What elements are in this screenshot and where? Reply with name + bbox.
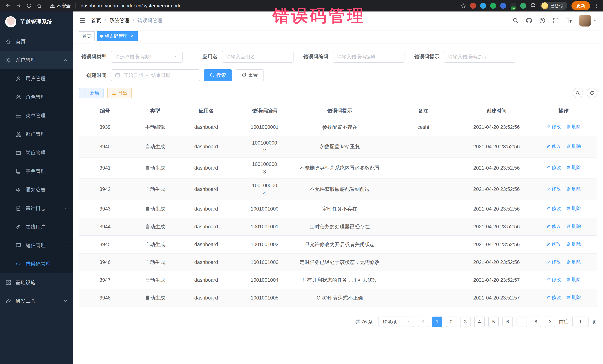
- edit-link[interactable]: 修改: [546, 143, 561, 150]
- extension-icon-dark[interactable]: on: [510, 3, 516, 9]
- profile-paused-chip[interactable]: 已暂停: [540, 2, 567, 10]
- edit-link[interactable]: 修改: [546, 185, 561, 192]
- sidebar-item-user[interactable]: 用户管理: [0, 69, 73, 88]
- page-button-...[interactable]: ...: [517, 317, 527, 327]
- browser-update-button[interactable]: 更新: [571, 1, 590, 10]
- edit-icon: [546, 277, 550, 282]
- close-icon[interactable]: ×: [129, 33, 134, 39]
- briefcase-icon: [16, 150, 21, 155]
- breadcrumb-item[interactable]: 首页: [91, 17, 101, 24]
- page-button-8[interactable]: 8: [531, 317, 541, 327]
- sidebar-item-notice[interactable]: 通知公告: [0, 180, 73, 199]
- help-icon[interactable]: [539, 17, 545, 24]
- add-button[interactable]: 新增: [79, 88, 104, 98]
- extension-icon-teal[interactable]: [520, 3, 526, 9]
- delete-link[interactable]: 删除: [566, 294, 581, 301]
- font-size-icon[interactable]: [566, 17, 572, 24]
- delete-link[interactable]: 删除: [566, 258, 581, 265]
- sidebar-item-infra[interactable]: 基础设施: [0, 273, 73, 292]
- delete-link[interactable]: 删除: [566, 223, 581, 230]
- sidebar-item-system[interactable]: 系统管理: [0, 51, 73, 69]
- sidebar-item-audit-log[interactable]: 审计日志: [0, 199, 73, 218]
- sidebar-item-dict[interactable]: 字典管理: [0, 162, 73, 180]
- page-button-5[interactable]: 5: [488, 317, 499, 327]
- search-icon[interactable]: [512, 17, 519, 24]
- edit-link[interactable]: 修改: [546, 164, 561, 171]
- cell-type: 自动生成: [131, 200, 179, 218]
- browser-reload-icon[interactable]: [24, 1, 33, 10]
- sidebar-item-dept[interactable]: 部门管理: [0, 125, 73, 143]
- error-code-input[interactable]: [333, 51, 405, 63]
- sidebar-item-home[interactable]: 首页: [0, 32, 73, 51]
- sidebar-item-online-user[interactable]: 在线用户: [0, 218, 73, 236]
- goto-page-input[interactable]: [572, 317, 589, 327]
- edit-link[interactable]: 修改: [546, 258, 561, 265]
- extension-icon-green[interactable]: [490, 3, 496, 9]
- sidebar-item-error-code[interactable]: 错误码管理: [0, 255, 73, 273]
- page-button-2[interactable]: 2: [446, 317, 456, 327]
- extension-icon-blue[interactable]: [480, 3, 486, 9]
- delete-link[interactable]: 删除: [566, 205, 581, 212]
- browser-forward-icon[interactable]: [14, 1, 23, 10]
- sidebar-item-dev-tool[interactable]: 研发工具: [0, 292, 73, 310]
- delete-link[interactable]: 删除: [566, 123, 581, 130]
- cell-type: 手动编辑: [131, 118, 179, 136]
- github-icon[interactable]: [526, 17, 532, 24]
- delete-link[interactable]: 删除: [566, 164, 581, 171]
- browser-menu-icon[interactable]: [594, 3, 599, 8]
- app-logo[interactable]: 芋道管理系统: [0, 11, 73, 32]
- sidebar-toggle-icon[interactable]: [79, 17, 86, 24]
- sidebar-item-sms[interactable]: 短信管理: [0, 236, 73, 255]
- bookmark-star-icon[interactable]: [461, 3, 466, 9]
- edit-link[interactable]: 修改: [546, 276, 561, 283]
- logo-image: [5, 16, 16, 27]
- next-page-button[interactable]: [545, 317, 555, 327]
- column-header: 应用名: [179, 103, 233, 118]
- select-placeholder: 请选择错误码类型: [115, 54, 154, 60]
- breadcrumb-item[interactable]: 系统管理: [109, 17, 129, 24]
- sidebar-item-menu[interactable]: 菜单管理: [0, 106, 73, 125]
- page-size-select[interactable]: 10条/页: [378, 317, 414, 327]
- edit-link[interactable]: 修改: [546, 241, 561, 248]
- sidebar-item-role[interactable]: 角色管理: [0, 88, 73, 106]
- error-type-select[interactable]: 请选择错误码类型: [111, 51, 183, 63]
- delete-label: 删除: [572, 294, 581, 301]
- delete-link[interactable]: 删除: [566, 276, 581, 283]
- toggle-search-button[interactable]: [573, 88, 583, 98]
- page-button-3[interactable]: 3: [460, 317, 471, 327]
- fullscreen-icon[interactable]: [553, 17, 559, 24]
- cell-remark: [383, 136, 463, 157]
- prev-page-button[interactable]: [418, 317, 428, 327]
- error-message-input[interactable]: [444, 51, 515, 63]
- extension-icon-red[interactable]: [470, 3, 476, 9]
- user-menu[interactable]: [579, 15, 597, 26]
- page-button-1[interactable]: 1: [432, 317, 442, 327]
- extension-icon-indigo[interactable]: [500, 3, 506, 9]
- page-button-4[interactable]: 4: [474, 317, 485, 327]
- cell-type: 自动生成: [131, 236, 179, 253]
- tag-1[interactable]: 错误码管理×: [97, 31, 138, 41]
- page-button-6[interactable]: 6: [502, 317, 513, 327]
- cell-app: dashboard: [179, 271, 233, 289]
- security-chip[interactable]: 不安全: [50, 3, 71, 9]
- edit-link[interactable]: 修改: [546, 294, 561, 301]
- export-button[interactable]: 导出: [107, 88, 132, 98]
- reset-button[interactable]: 重置: [236, 69, 264, 81]
- refresh-table-button[interactable]: [587, 88, 597, 98]
- delete-link[interactable]: 删除: [566, 143, 581, 150]
- edit-link[interactable]: 修改: [546, 123, 561, 130]
- delete-link[interactable]: 删除: [566, 241, 581, 248]
- sidebar-item-post[interactable]: 岗位管理: [0, 143, 73, 162]
- search-button[interactable]: 搜索: [204, 69, 232, 81]
- app-name-input[interactable]: [222, 51, 293, 63]
- create-time-range-picker[interactable]: 开始日期 - 结束日期: [111, 69, 200, 81]
- edit-link[interactable]: 修改: [546, 223, 561, 230]
- browser-home-icon[interactable]: [35, 1, 44, 10]
- main-area: 首页/系统管理/错误码管理 首页错误码管理×: [73, 11, 603, 364]
- edit-link[interactable]: 修改: [546, 205, 561, 212]
- address-bar[interactable]: dashboard.yudao.iocoder.cn/system/error-…: [81, 3, 181, 9]
- browser-back-icon[interactable]: [4, 1, 13, 10]
- delete-link[interactable]: 删除: [566, 185, 581, 192]
- extensions-puzzle-icon[interactable]: [530, 3, 536, 9]
- tag-0[interactable]: 首页: [79, 31, 95, 41]
